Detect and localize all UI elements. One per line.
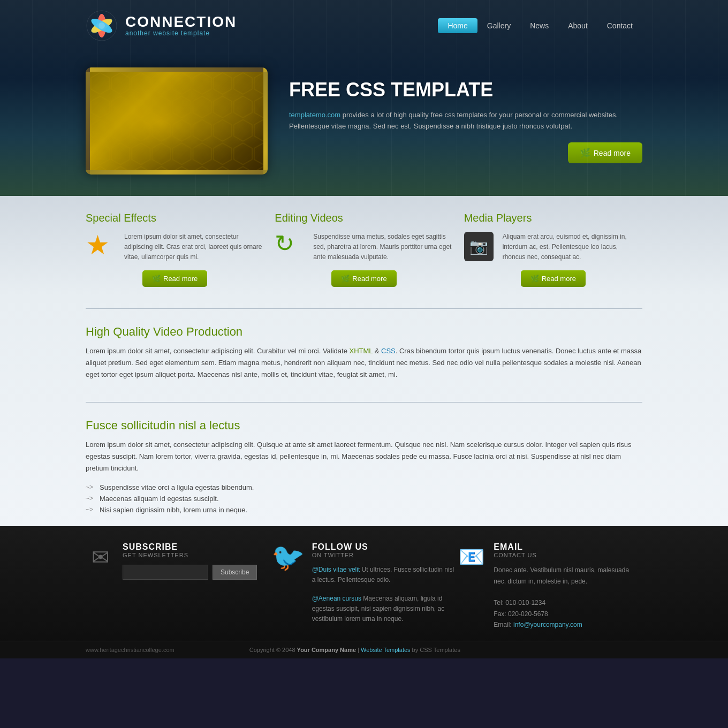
svg-rect-9 xyxy=(90,72,263,174)
subscribe-subtitle: GET NEWSLETTERS xyxy=(123,552,271,558)
feature-text-1: Lorem ipsum dolor sit amet, consectetur … xyxy=(124,232,264,263)
email-content: EMAIL CONTACT US Donec ante. Vestibulum … xyxy=(494,542,642,630)
subscribe-button[interactable]: Subscribe xyxy=(213,565,257,580)
footer-subscribe-col: ✉ SUBSCRIBE GET NEWSLETTERS Subscribe xyxy=(86,542,271,630)
email-title: EMAIL xyxy=(494,542,642,552)
website-templates-link[interactable]: Website Templates xyxy=(361,647,411,653)
section1-text-before: Lorem ipsum dolor sit amet, consectetur … xyxy=(86,347,350,355)
subscribe-input[interactable] xyxy=(123,565,208,580)
footer-twitter-col: 🐦 FOLLOW US ON TWITTER @Duis vitae velit… xyxy=(271,542,457,630)
hero-section: FREE CSS TEMPLATE templatemo.com provide… xyxy=(86,51,642,196)
email-subtitle: CONTACT US xyxy=(494,552,642,558)
svg-point-6 xyxy=(89,16,114,35)
svg-point-5 xyxy=(89,16,114,35)
footer-email-col: 📧 EMAIL CONTACT US Donec ante. Vestibulu… xyxy=(457,542,642,630)
feature-read-more-2[interactable]: 🌿 Read more xyxy=(331,270,396,287)
logo-area: CONNECTION another website template xyxy=(86,10,438,42)
refresh-icon-wrap: ↻ xyxy=(275,232,307,255)
feature-title-3: Media Players xyxy=(464,212,642,224)
feature-title-2: Editing Videos xyxy=(275,212,453,224)
feature-columns: Special Effects ★ Lorem ipsum dolor sit … xyxy=(86,196,642,298)
logo-text: CONNECTION another website template xyxy=(125,14,237,37)
subscribe-form: Subscribe xyxy=(123,565,271,580)
feature-btn-wrap-1: 🌿 Read more xyxy=(86,270,264,287)
feature-read-more-1[interactable]: 🌿 Read more xyxy=(142,270,207,287)
hero-text-body: provides a lot of high quality free css … xyxy=(289,111,618,130)
feature-text-2: Suspendisse urna metus, sodales eget sag… xyxy=(313,232,453,263)
feature-body-3: 📷 Aliquam erat arcu, euismod et, digniss… xyxy=(464,232,642,263)
twitter-handle-1[interactable]: @Duis vitae velit xyxy=(312,566,360,573)
feature-btn-label-3: Read more xyxy=(542,275,576,283)
hero-image xyxy=(86,67,268,175)
content-inner: Special Effects ★ Lorem ipsum dolor sit … xyxy=(75,196,653,526)
contact-tel: Tel: 010-010-1234 xyxy=(494,599,545,606)
copy-by: by CSS Templates xyxy=(411,647,460,653)
divider-1 xyxy=(86,308,642,309)
nav-gallery[interactable]: Gallery xyxy=(477,18,520,33)
site-title: CONNECTION xyxy=(125,14,237,29)
nav-home[interactable]: Home xyxy=(438,18,477,33)
btn-icon-3: 🌿 xyxy=(530,275,539,283)
svg-point-2 xyxy=(89,16,114,35)
nav-contact[interactable]: Contact xyxy=(597,18,642,33)
btn-icon-1: 🌿 xyxy=(152,275,161,283)
svg-point-7 xyxy=(98,22,105,29)
copy-sep: | xyxy=(356,647,361,653)
section1-text: Lorem ipsum dolor sit amet, consectetur … xyxy=(86,345,642,381)
feature-body-2: ↻ Suspendisse urna metus, sodales eget s… xyxy=(275,232,453,263)
nav-links: Home Gallery News About Contact xyxy=(438,18,642,33)
read-more-label: Read more xyxy=(594,149,631,157)
feature-col-2: Editing Videos ↻ Suspendisse urna metus,… xyxy=(275,212,464,287)
site-subtitle: another website template xyxy=(125,29,237,37)
btn-icon-2: 🌿 xyxy=(341,275,350,283)
star-icon: ★ xyxy=(86,230,110,260)
hero-title: FREE CSS TEMPLATE xyxy=(289,79,642,101)
css-link[interactable]: CSS xyxy=(381,347,396,355)
refresh-icon: ↻ xyxy=(275,230,294,256)
nav-news[interactable]: News xyxy=(520,18,558,33)
svg-point-1 xyxy=(97,14,106,37)
nav-about[interactable]: About xyxy=(558,18,597,33)
tweet-1: @Duis vitae velit Ut ultrices. Fusce sol… xyxy=(312,565,457,585)
email-address-link[interactable]: info@yourcompany.com xyxy=(513,621,582,628)
feature-col-1: Special Effects ★ Lorem ipsum dolor sit … xyxy=(86,212,275,287)
hero-content: FREE CSS TEMPLATE templatemo.com provide… xyxy=(289,79,642,164)
twitter-handle-2[interactable]: @Aenean cursus xyxy=(312,595,361,602)
hero-read-more-button[interactable]: 🌿 Read more xyxy=(568,142,642,163)
list-item: Suspendisse vitae orci a ligula egestas … xyxy=(86,482,642,493)
feature-btn-label-2: Read more xyxy=(352,275,386,283)
section2-list: Suspendisse vitae orci a ligula egestas … xyxy=(86,482,642,515)
hero-link[interactable]: templatemo.com xyxy=(289,111,340,119)
feature-btn-label-1: Read more xyxy=(163,275,198,283)
section1-mid: & xyxy=(373,347,381,355)
section2-title: Fusce sollicitudin nisl a lectus xyxy=(86,419,642,433)
section2-text: Lorem ipsum dolor sit amet, consectetur … xyxy=(86,439,642,474)
navigation: CONNECTION another website template Home… xyxy=(86,0,642,51)
subscribe-title: SUBSCRIBE xyxy=(123,542,271,552)
xhtml-link[interactable]: XHTML xyxy=(350,347,373,355)
hero-image-wrap xyxy=(86,67,268,175)
logo-icon xyxy=(86,10,118,42)
feature-btn-wrap-2: 🌿 Read more xyxy=(275,270,453,287)
site-url: www.heritagechristiancollege.com xyxy=(86,647,175,653)
twitter-subtitle: ON TWITTER xyxy=(312,552,457,558)
twitter-icon-wrap: 🐦 xyxy=(271,542,305,572)
twitter-icon: 🐦 xyxy=(271,542,305,573)
mail-icon-wrap: ✉ xyxy=(86,542,115,572)
email-label: Email: xyxy=(494,621,513,628)
footer: ✉ SUBSCRIBE GET NEWSLETTERS Subscribe 🐦 … xyxy=(0,526,728,658)
email-icon: 📧 xyxy=(458,544,485,570)
feature-title-1: Special Effects xyxy=(86,212,264,224)
divider-2 xyxy=(86,402,642,403)
feature-text-3: Aliquam erat arcu, euismod et, dignissim… xyxy=(503,232,642,263)
mail-icon: ✉ xyxy=(92,545,110,570)
feature-read-more-3[interactable]: 🌿 Read more xyxy=(521,270,586,287)
list-item: Maecenas aliquam id egestas suscipit. xyxy=(86,493,642,504)
feature-body-1: ★ Lorem ipsum dolor sit amet, consectetu… xyxy=(86,232,264,263)
footer-bottom: www.heritagechristiancollege.com Copyrig… xyxy=(0,641,728,658)
contact-body: Donec ante. Vestibulum nisl mauris, male… xyxy=(494,566,629,585)
section1-title: High Quality Video Production xyxy=(86,325,642,339)
feature-btn-wrap-3: 🌿 Read more xyxy=(464,270,642,287)
svg-point-3 xyxy=(89,16,114,35)
company-name: Your Company Name xyxy=(297,647,356,653)
